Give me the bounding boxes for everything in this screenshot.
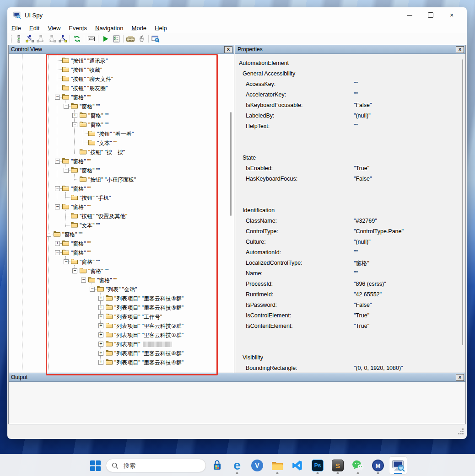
tree-row[interactable]: "按钮" "通讯录" xyxy=(9,56,234,65)
taskbar-sublime[interactable]: S xyxy=(329,456,347,475)
expand-toggle[interactable]: + xyxy=(98,342,103,347)
expand-toggle[interactable]: + xyxy=(98,323,103,328)
tree-row[interactable]: "按钮" "看一看" xyxy=(9,129,234,138)
minimize-button[interactable] xyxy=(399,7,420,23)
taskbar-edge[interactable]: e xyxy=(228,456,246,475)
tree-row[interactable]: −"窗格" "" xyxy=(9,166,234,175)
expand-toggle[interactable]: + xyxy=(72,113,77,118)
taskbar-vscode[interactable] xyxy=(288,456,307,475)
menu-help[interactable]: Help xyxy=(151,25,171,32)
search-box[interactable] xyxy=(106,459,206,472)
expand-toggle[interactable]: + xyxy=(98,351,103,356)
collapse-toggle[interactable]: − xyxy=(72,268,77,273)
tree-row[interactable]: +"列表项目" "里客云科技⑤群" xyxy=(9,294,234,303)
collapse-toggle[interactable]: − xyxy=(64,104,69,109)
tree-row[interactable]: "按钮" "搜一搜" xyxy=(9,147,234,156)
refresh-icon[interactable] xyxy=(71,34,82,43)
nav-first-child-icon[interactable] xyxy=(57,34,68,43)
menu-view[interactable]: View xyxy=(43,25,65,32)
menu-events[interactable]: Events xyxy=(65,25,91,32)
tree-row[interactable]: +"列表项目" "里客云科技②群" xyxy=(9,321,234,330)
menu-navigation[interactable]: Navigation xyxy=(91,25,127,32)
toolbar-grip[interactable] xyxy=(11,35,11,43)
collapse-toggle[interactable]: − xyxy=(55,186,60,191)
nav-next-sibling-icon[interactable] xyxy=(35,34,46,43)
search-input[interactable] xyxy=(123,462,193,470)
maximize-button[interactable] xyxy=(420,7,441,23)
resize-grip[interactable] xyxy=(458,428,464,436)
highlight-window-icon[interactable] xyxy=(150,34,161,43)
close-button[interactable]: × xyxy=(441,7,462,23)
control-view-close-button[interactable]: X xyxy=(224,46,232,53)
collapse-toggle[interactable]: − xyxy=(72,122,77,127)
tree-row[interactable]: −"窗格" "" xyxy=(9,120,234,129)
element-parent-icon[interactable] xyxy=(13,34,24,43)
tree-row[interactable]: +"列表项目" "里客云科技①群" xyxy=(9,330,234,339)
output-close-button[interactable]: X xyxy=(456,374,464,381)
tree-row[interactable]: "按钮" "聊天文件" xyxy=(9,74,234,83)
menu-file[interactable]: File xyxy=(7,25,25,32)
tree-row[interactable]: +"窗格" "" xyxy=(9,111,234,120)
tree-row[interactable]: "文本" "" xyxy=(9,138,234,147)
tree-row[interactable]: −"窗格" "" xyxy=(9,248,234,257)
tree-row[interactable]: "按钮" "收藏" xyxy=(9,65,234,74)
expand-toggle[interactable]: + xyxy=(98,296,103,301)
event-settings-icon[interactable] xyxy=(111,34,122,43)
tree-row[interactable]: "文本" "" xyxy=(9,220,234,230)
tree-row[interactable]: "按钮" "设置及其他" xyxy=(9,211,234,220)
control-view-scrollbar[interactable] xyxy=(230,112,232,216)
nav-parent-icon[interactable] xyxy=(24,34,35,43)
expand-toggle[interactable]: + xyxy=(98,332,103,337)
expand-toggle[interactable]: + xyxy=(98,314,103,319)
collapse-toggle[interactable]: − xyxy=(64,259,69,264)
tree-row[interactable]: +"列表项目" "里客云科技③群" xyxy=(9,303,234,312)
collapse-toggle[interactable]: − xyxy=(90,287,95,292)
tree-row[interactable]: +"列表项目" "里客云科技④群" xyxy=(9,358,234,367)
taskbar-ui-spy[interactable] xyxy=(389,456,407,475)
collapse-toggle[interactable]: − xyxy=(64,168,69,173)
collapse-toggle[interactable]: − xyxy=(55,204,60,209)
collapse-toggle[interactable]: − xyxy=(81,278,86,283)
tree-row[interactable]: +"列表项目" "工作号" xyxy=(9,312,234,321)
collapse-toggle[interactable]: − xyxy=(46,232,51,237)
tree-row[interactable]: −"窗格" "" xyxy=(9,266,234,275)
tree-row[interactable]: −"窗格" "" xyxy=(9,184,234,193)
tree-row[interactable]: −"窗格" "" xyxy=(9,102,234,111)
tree-row[interactable]: "按钮" "手机" xyxy=(9,193,234,202)
property-group: General Accessibility xyxy=(235,69,465,80)
start-button[interactable] xyxy=(86,456,104,475)
keyboard-icon[interactable] xyxy=(125,34,136,43)
expand-toggle[interactable]: + xyxy=(98,305,103,310)
store-icon xyxy=(211,460,223,472)
taskbar-photoshop[interactable]: Ps xyxy=(308,456,327,475)
tree-row[interactable]: +"列表项目" xyxy=(9,339,234,348)
nav-previous-sibling-icon[interactable] xyxy=(46,34,57,43)
tree-row[interactable]: −"列表" "会话" xyxy=(9,284,234,294)
expand-toggle[interactable]: + xyxy=(55,241,60,246)
taskbar-v-app[interactable]: V xyxy=(248,456,266,475)
taskbar-wechat[interactable] xyxy=(349,456,367,475)
menu-mode[interactable]: Mode xyxy=(128,25,151,32)
focus-rectangle-icon[interactable] xyxy=(86,34,97,43)
tree-row[interactable]: +"窗格" "" xyxy=(9,239,234,248)
taskbar-m-app[interactable]: M xyxy=(369,456,387,475)
mouse-icon[interactable] xyxy=(136,34,147,43)
tree-row[interactable]: +"列表项目" "里客云科技⑥群" xyxy=(9,348,234,358)
play-icon[interactable] xyxy=(100,34,111,43)
tree-row[interactable]: −"窗格" "" xyxy=(9,156,234,166)
taskbar-file-explorer[interactable] xyxy=(268,456,286,475)
taskbar-store[interactable] xyxy=(208,456,226,475)
collapse-toggle[interactable]: − xyxy=(55,159,60,164)
collapse-toggle[interactable]: − xyxy=(55,250,60,255)
tree-row[interactable]: −"窗格" "" xyxy=(9,275,234,284)
tree-row[interactable]: −"窗格" "" xyxy=(9,230,234,239)
properties-close-button[interactable]: X xyxy=(456,46,464,53)
tree-row[interactable]: −"窗格" "" xyxy=(9,257,234,266)
tree-row[interactable]: "按钮" "小程序面板" xyxy=(9,175,234,184)
expand-toggle[interactable]: + xyxy=(98,360,103,365)
tree-row[interactable]: "按钮" "朋友圈" xyxy=(9,83,234,92)
tree-row[interactable]: −"窗格" "" xyxy=(9,92,234,102)
collapse-toggle[interactable]: − xyxy=(55,95,60,100)
tree-row[interactable]: −"窗格" "" xyxy=(9,202,234,211)
menu-edit[interactable]: Edit xyxy=(25,25,43,32)
